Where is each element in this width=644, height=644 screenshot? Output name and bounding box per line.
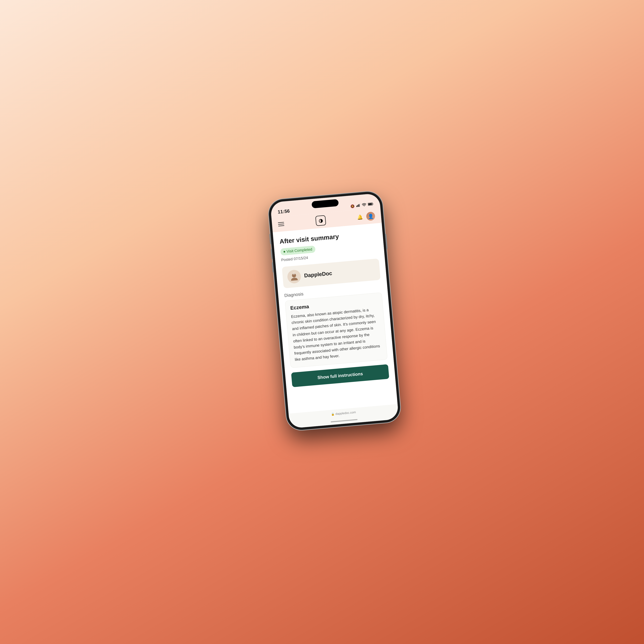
notifications-icon[interactable]: 🔔 xyxy=(357,214,363,220)
status-badge-text: Visit Completed xyxy=(286,247,312,254)
svg-rect-7 xyxy=(368,203,372,205)
nav-right: 🔔 👤 xyxy=(357,211,375,222)
hamburger-menu[interactable] xyxy=(278,222,284,226)
page-title: After visit summary xyxy=(279,229,377,246)
bell-mute-icon: 🔕 xyxy=(350,204,355,208)
diagnosis-body: Eczema, also known as atopic dermatitis,… xyxy=(291,306,382,363)
svg-point-4 xyxy=(364,206,365,206)
home-bar xyxy=(331,419,358,422)
provider-avatar xyxy=(287,269,301,284)
main-content: After visit summary Visit Completed Post… xyxy=(273,223,397,414)
phone-wrapper: 11:56 🔕 xyxy=(268,191,401,431)
status-icons: 🔕 xyxy=(350,202,373,208)
logo-symbol: ◑ xyxy=(318,218,323,224)
visit-status-badge: Visit Completed xyxy=(280,246,316,256)
app-logo[interactable]: ◑ xyxy=(315,215,326,226)
svg-rect-2 xyxy=(359,204,360,207)
svg-rect-1 xyxy=(357,205,358,207)
diagnosis-card: Eczema Eczema, also known as atopic derm… xyxy=(285,292,388,368)
scene: 11:56 🔕 xyxy=(0,0,644,644)
wifi-icon xyxy=(362,203,366,207)
status-time: 11:56 xyxy=(277,208,290,215)
phone-screen: 11:56 🔕 xyxy=(270,193,399,428)
signal-icon xyxy=(356,203,360,208)
lock-icon: 🔒 xyxy=(331,413,335,416)
provider-name: DappleDoc xyxy=(304,270,332,279)
provider-section: DappleDoc xyxy=(282,258,381,288)
status-dot xyxy=(283,251,285,253)
svg-rect-0 xyxy=(356,206,357,207)
domain-text: dappledoc.com xyxy=(335,411,356,416)
user-avatar[interactable]: 👤 xyxy=(366,211,375,221)
svg-rect-3 xyxy=(360,203,360,207)
show-full-instructions-button[interactable]: Show full instructions xyxy=(291,364,389,387)
dynamic-island xyxy=(311,199,339,208)
phone-device: 11:56 🔕 xyxy=(268,191,401,431)
battery-icon xyxy=(368,202,373,207)
